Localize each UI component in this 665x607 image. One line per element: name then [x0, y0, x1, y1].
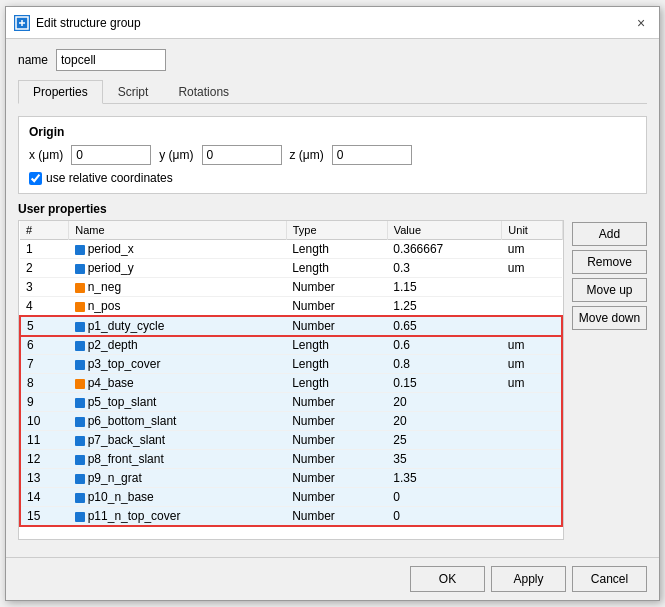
cell-type: Number	[286, 469, 387, 488]
table-row[interactable]: 6 p2_depth Length 0.6 um	[20, 336, 562, 355]
add-button[interactable]: Add	[572, 222, 647, 246]
cell-name: p6_bottom_slant	[69, 412, 287, 431]
cell-type: Length	[286, 374, 387, 393]
table-row[interactable]: 7 p3_top_cover Length 0.8 um	[20, 355, 562, 374]
cell-name: p5_top_slant	[69, 393, 287, 412]
table-row[interactable]: 10 p6_bottom_slant Number 20	[20, 412, 562, 431]
cell-num: 2	[20, 259, 69, 278]
relative-coords-checkbox[interactable]	[29, 172, 42, 185]
cell-name: period_y	[69, 259, 287, 278]
move-down-button[interactable]: Move down	[572, 306, 647, 330]
cell-unit	[502, 278, 562, 297]
cell-unit: um	[502, 259, 562, 278]
table-row[interactable]: 4 n_pos Number 1.25	[20, 297, 562, 317]
cell-value: 1.35	[387, 469, 502, 488]
z-input[interactable]	[332, 145, 412, 165]
move-up-button[interactable]: Move up	[572, 278, 647, 302]
table-row[interactable]: 8 p4_base Length 0.15 um	[20, 374, 562, 393]
cell-num: 14	[20, 488, 69, 507]
cell-name: n_pos	[69, 297, 287, 317]
close-button[interactable]: ×	[631, 13, 651, 33]
dialog-icon	[14, 15, 30, 31]
cell-type: Number	[286, 316, 387, 336]
tab-rotations[interactable]: Rotations	[163, 80, 244, 104]
properties-table-area: # Name Type Value Unit 1 period_x Length…	[18, 220, 564, 540]
cell-value: 0.6	[387, 336, 502, 355]
side-buttons: Add Remove Move up Move down	[572, 220, 647, 547]
cell-unit: um	[502, 240, 562, 259]
cell-value: 35	[387, 450, 502, 469]
cell-unit	[502, 431, 562, 450]
table-row[interactable]: 11 p7_back_slant Number 25	[20, 431, 562, 450]
cell-unit: um	[502, 355, 562, 374]
title-bar-left: Edit structure group	[14, 15, 141, 31]
cell-num: 9	[20, 393, 69, 412]
z-label: z (μm)	[290, 148, 324, 162]
table-row[interactable]: 12 p8_front_slant Number 35	[20, 450, 562, 469]
cell-num: 13	[20, 469, 69, 488]
cell-num: 5	[20, 316, 69, 336]
cell-type: Number	[286, 507, 387, 527]
cell-name: p1_duty_cycle	[69, 316, 287, 336]
cell-num: 12	[20, 450, 69, 469]
cell-name: p7_back_slant	[69, 431, 287, 450]
cancel-button[interactable]: Cancel	[572, 566, 647, 592]
cell-unit: um	[502, 336, 562, 355]
table-row[interactable]: 3 n_neg Number 1.15	[20, 278, 562, 297]
cell-name: p9_n_grat	[69, 469, 287, 488]
tabs-container: Properties Script Rotations	[18, 79, 647, 104]
table-row[interactable]: 1 period_x Length 0.366667 um	[20, 240, 562, 259]
coords-row: x (μm) y (μm) z (μm)	[29, 145, 636, 165]
cell-name: n_neg	[69, 278, 287, 297]
y-input[interactable]	[202, 145, 282, 165]
cell-type: Number	[286, 431, 387, 450]
properties-table: # Name Type Value Unit 1 period_x Length…	[19, 221, 563, 527]
cell-num: 1	[20, 240, 69, 259]
cell-unit	[502, 507, 562, 527]
cell-value: 0	[387, 488, 502, 507]
cell-num: 3	[20, 278, 69, 297]
cell-value: 0.15	[387, 374, 502, 393]
cell-num: 7	[20, 355, 69, 374]
user-properties-title: User properties	[18, 202, 647, 216]
user-properties-section: User properties # Name Type Value Unit	[18, 202, 647, 547]
x-input[interactable]	[71, 145, 151, 165]
cell-unit	[502, 316, 562, 336]
cell-value: 0.366667	[387, 240, 502, 259]
cell-type: Number	[286, 297, 387, 317]
cell-type: Number	[286, 393, 387, 412]
cell-type: Length	[286, 336, 387, 355]
col-header-unit: Unit	[502, 221, 562, 240]
relative-coords-label: use relative coordinates	[46, 171, 173, 185]
table-row[interactable]: 14 p10_n_base Number 0	[20, 488, 562, 507]
apply-button[interactable]: Apply	[491, 566, 566, 592]
cell-value: 1.25	[387, 297, 502, 317]
col-header-type: Type	[286, 221, 387, 240]
table-row[interactable]: 9 p5_top_slant Number 20	[20, 393, 562, 412]
table-row[interactable]: 15 p11_n_top_cover Number 0	[20, 507, 562, 527]
name-row: name	[18, 49, 647, 71]
origin-section: Origin x (μm) y (μm) z (μm) use relative…	[18, 116, 647, 194]
cell-num: 4	[20, 297, 69, 317]
cell-unit: um	[502, 374, 562, 393]
cell-unit	[502, 412, 562, 431]
cell-value: 0.65	[387, 316, 502, 336]
name-input[interactable]	[56, 49, 166, 71]
tab-script[interactable]: Script	[103, 80, 164, 104]
main-content: # Name Type Value Unit 1 period_x Length…	[18, 220, 647, 547]
origin-title: Origin	[29, 125, 636, 139]
table-row[interactable]: 2 period_y Length 0.3 um	[20, 259, 562, 278]
dialog-body: name Properties Script Rotations Origin …	[6, 39, 659, 557]
ok-button[interactable]: OK	[410, 566, 485, 592]
table-header-row: # Name Type Value Unit	[20, 221, 562, 240]
cell-type: Length	[286, 355, 387, 374]
cell-value: 20	[387, 393, 502, 412]
remove-button[interactable]: Remove	[572, 250, 647, 274]
tab-properties[interactable]: Properties	[18, 80, 103, 104]
cell-type: Number	[286, 450, 387, 469]
cell-num: 8	[20, 374, 69, 393]
table-row[interactable]: 5 p1_duty_cycle Number 0.65	[20, 316, 562, 336]
dialog-footer: OK Apply Cancel	[6, 557, 659, 600]
col-header-name: Name	[69, 221, 287, 240]
table-row[interactable]: 13 p9_n_grat Number 1.35	[20, 469, 562, 488]
